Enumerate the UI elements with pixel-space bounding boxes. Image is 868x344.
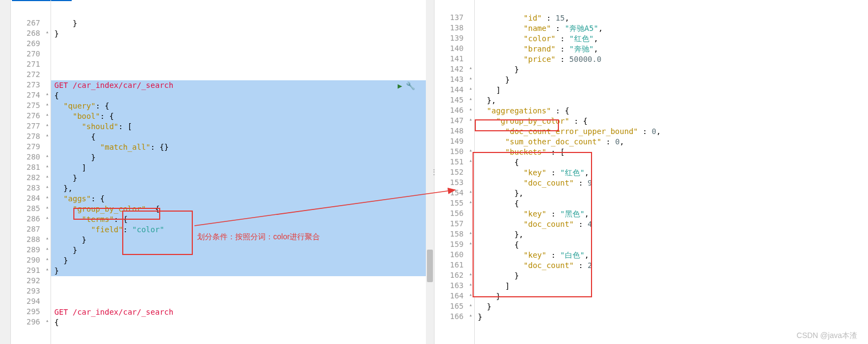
code-line[interactable]: "key" : "红色",	[475, 168, 869, 178]
code-line[interactable]: "doc_count" : 4	[475, 219, 869, 230]
code-line[interactable]: },	[51, 183, 426, 194]
code-line[interactable]: "query": {	[51, 101, 426, 111]
code-line[interactable]	[51, 60, 426, 70]
fold-marker[interactable]: ▴	[43, 163, 51, 169]
code-line[interactable]: {	[475, 240, 869, 250]
code-line[interactable]	[51, 49, 426, 60]
right-code-area[interactable]: "id" : 15, "name" : "奔驰A5", "color" : "红…	[475, 0, 869, 344]
code-line[interactable]	[51, 297, 426, 307]
code-line[interactable]: "doc_count" : 9	[475, 178, 869, 188]
fold-marker[interactable]: ▴	[43, 235, 51, 241]
fold-marker[interactable]: ▴	[467, 281, 475, 287]
fold-marker[interactable]: ▴	[43, 173, 51, 179]
fold-marker[interactable]: ▴	[43, 317, 51, 323]
fold-marker[interactable]: ▴	[467, 106, 475, 112]
fold-marker[interactable]: ▴	[467, 85, 475, 91]
code-line[interactable]: },	[475, 188, 869, 199]
code-line[interactable]	[51, 39, 426, 49]
code-line[interactable]: "buckets" : [	[475, 147, 869, 157]
code-line[interactable]	[51, 70, 426, 80]
code-line[interactable]: }	[475, 75, 869, 85]
fold-marker[interactable]: ▴	[43, 183, 51, 189]
fold-marker[interactable]: ▴	[43, 91, 51, 97]
fold-marker[interactable]: ▴	[43, 132, 51, 138]
code-line[interactable]: "key" : "黑色",	[475, 209, 869, 219]
code-line[interactable]: }	[51, 266, 426, 276]
code-line[interactable]: }	[475, 65, 869, 75]
code-line[interactable]: }	[51, 18, 426, 29]
fold-marker[interactable]: ▴	[467, 291, 475, 297]
code-line[interactable]: "brand" : "奔驰",	[475, 44, 869, 54]
code-line[interactable]: "sum_other_doc_count" : 0,	[475, 137, 869, 147]
code-line[interactable]: {	[475, 199, 869, 209]
code-line[interactable]: "bool": {	[51, 111, 426, 122]
code-line[interactable]: "aggregations" : {	[475, 106, 869, 116]
code-line[interactable]: "aggs": {	[51, 194, 426, 204]
fold-marker[interactable]: ▴	[43, 245, 51, 251]
fold-marker[interactable]: ▴	[43, 194, 51, 200]
code-line[interactable]: ]	[51, 163, 426, 173]
fold-marker[interactable]: ▴	[43, 256, 51, 262]
code-line[interactable]: }	[51, 256, 426, 266]
code-line[interactable]: }	[51, 245, 426, 256]
code-line[interactable]: "color" : "红色",	[475, 34, 869, 44]
code-line[interactable]: {	[51, 91, 426, 101]
fold-marker[interactable]: ▴	[43, 266, 51, 272]
code-line[interactable]: "id" : 15,	[475, 13, 869, 23]
code-line[interactable]: "terms": {	[51, 214, 426, 225]
fold-marker[interactable]: ▴	[43, 204, 51, 210]
fold-marker[interactable]: ▴	[467, 157, 475, 163]
query-options-icon[interactable]: 🔧	[406, 81, 415, 90]
fold-marker[interactable]: ▴	[467, 65, 475, 71]
code-line[interactable]: {	[51, 317, 426, 328]
fold-marker[interactable]: ▴	[43, 122, 51, 128]
left-scroll-thumb[interactable]	[427, 250, 433, 282]
code-line[interactable]	[51, 276, 426, 286]
code-line[interactable]: }	[475, 312, 869, 322]
code-line[interactable]: "match_all": {}	[51, 142, 426, 152]
code-line[interactable]: "group_by_color" : {	[475, 116, 869, 126]
code-line[interactable]: ]	[475, 85, 869, 95]
code-line[interactable]: }	[51, 29, 426, 39]
code-line[interactable]: "name" : "奔驰A5",	[475, 23, 869, 34]
code-line[interactable]: }	[51, 152, 426, 163]
code-line[interactable]: }	[475, 291, 869, 302]
code-line[interactable]: "doc_count_error_upper_bound" : 0,	[475, 126, 869, 137]
fold-marker[interactable]: ▴	[467, 147, 475, 153]
fold-marker[interactable]: ▴	[467, 271, 475, 277]
code-line[interactable]: "doc_count" : 2	[475, 260, 869, 271]
code-line[interactable]: "should": [	[51, 122, 426, 132]
code-line[interactable]	[51, 286, 426, 297]
code-line[interactable]: {	[51, 132, 426, 142]
fold-marker[interactable]: ▴	[43, 152, 51, 158]
code-line[interactable]: "group_by_color": {	[51, 204, 426, 214]
fold-marker[interactable]: ▴	[43, 214, 51, 220]
fold-marker[interactable]: ▴	[43, 101, 51, 107]
fold-marker[interactable]: ▴	[467, 312, 475, 318]
code-line[interactable]: }	[475, 271, 869, 281]
fold-marker[interactable]: ▴	[467, 116, 475, 122]
fold-marker[interactable]: ▴	[467, 188, 475, 194]
fold-marker[interactable]: ▴	[467, 95, 475, 101]
fold-marker[interactable]: ▴	[467, 75, 475, 81]
fold-marker[interactable]: ▴	[467, 240, 475, 246]
annotation-label: 划分条件：按照分词：color进行聚合	[197, 232, 320, 242]
fold-marker[interactable]: ▴	[43, 29, 51, 35]
fold-marker[interactable]: ▴	[467, 302, 475, 308]
code-line[interactable]: "key" : "白色",	[475, 250, 869, 260]
code-line[interactable]: GET /car_index/car/_search▶🔧	[51, 80, 426, 91]
fold-marker[interactable]: ▴	[467, 199, 475, 205]
code-line[interactable]: ]	[475, 281, 869, 291]
fold-marker[interactable]: ▴	[467, 230, 475, 235]
code-line[interactable]: },	[475, 230, 869, 240]
fold-marker[interactable]: ▴	[43, 111, 51, 117]
run-query-icon[interactable]: ▶	[398, 81, 402, 90]
code-line[interactable]: {	[475, 157, 869, 168]
code-line[interactable]: }	[51, 173, 426, 183]
code-line[interactable]: }	[475, 302, 869, 312]
code-line[interactable]: },	[475, 95, 869, 106]
code-line[interactable]: "price" : 50000.0	[475, 54, 869, 65]
code-line[interactable]: GET /car_index/car/_search	[51, 307, 426, 317]
left-code-area[interactable]: }}GET /car_index/car/_search▶🔧{ "query":…	[51, 0, 426, 344]
pane-divider-handle[interactable]: ⋮	[430, 168, 438, 176]
